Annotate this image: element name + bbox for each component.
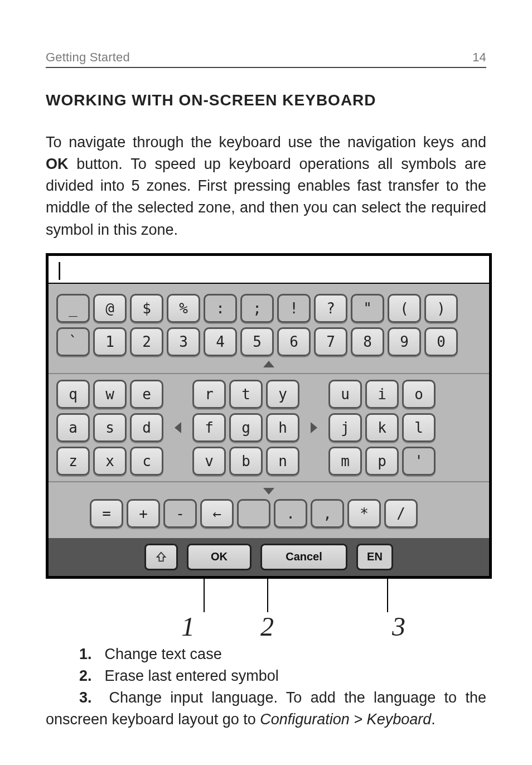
- key-equals[interactable]: =: [90, 499, 123, 528]
- key-slash[interactable]: /: [384, 499, 418, 528]
- key-v[interactable]: v: [192, 447, 226, 476]
- keyboard-action-bar: OK Cancel EN: [49, 538, 489, 576]
- key-q[interactable]: q: [56, 380, 90, 409]
- key-s[interactable]: s: [93, 413, 127, 442]
- callout-number-2: 2: [260, 611, 274, 642]
- key-t[interactable]: t: [229, 380, 263, 409]
- key-dollar[interactable]: $: [130, 294, 163, 323]
- key-comma[interactable]: ,: [311, 499, 344, 528]
- legend-text: Change text case: [105, 646, 222, 662]
- key-period[interactable]: .: [274, 499, 307, 528]
- key-n[interactable]: n: [266, 447, 299, 476]
- key-percent[interactable]: %: [167, 294, 200, 323]
- key-b[interactable]: b: [229, 447, 263, 476]
- keyboard-row-numbers: ` 1 2 3 4 5 6 7 8 9 0: [56, 327, 481, 356]
- key-plus[interactable]: +: [127, 499, 160, 528]
- key-m[interactable]: m: [328, 447, 362, 476]
- key-j[interactable]: j: [328, 413, 362, 442]
- zone-arrow-left-icon: [175, 422, 181, 433]
- keyboard-row-symbols: _ @ $ % : ; ! ? " ( ): [56, 294, 481, 323]
- key-space[interactable]: [237, 499, 270, 528]
- key-0[interactable]: 0: [424, 327, 458, 356]
- intro-text-1: To navigate through the keyboard use the…: [46, 134, 486, 151]
- cancel-button[interactable]: Cancel: [260, 544, 347, 570]
- legend-number: 1.: [79, 643, 100, 665]
- legend-text-end: .: [431, 711, 436, 728]
- key-z[interactable]: z: [56, 447, 90, 476]
- key-colon[interactable]: :: [204, 294, 237, 323]
- key-quote[interactable]: ": [351, 294, 384, 323]
- keyboard-col-center: r t y f g h v b n: [192, 380, 299, 476]
- key-9[interactable]: 9: [388, 327, 421, 356]
- keyboard-body: _ @ $ % : ; ! ? " ( ) ` 1 2 3 4: [49, 284, 489, 576]
- keyboard-row-operators: = + - ← . , * /: [56, 499, 481, 528]
- key-minus[interactable]: -: [163, 499, 197, 528]
- key-underscore[interactable]: _: [56, 294, 90, 323]
- key-y[interactable]: y: [266, 380, 299, 409]
- keyboard-col-right: u i o j k l m p ': [328, 380, 436, 476]
- intro-text-2: button. To speed up keyboard operations …: [46, 156, 486, 238]
- zone-arrow-right-icon: [311, 422, 317, 433]
- key-l[interactable]: l: [402, 413, 436, 442]
- shift-button[interactable]: [144, 544, 178, 570]
- key-u[interactable]: u: [328, 380, 362, 409]
- key-at[interactable]: @: [93, 294, 127, 323]
- callout-line-2: [267, 579, 268, 612]
- key-lparen[interactable]: (: [388, 294, 421, 323]
- keyboard-input-field[interactable]: |: [49, 256, 489, 284]
- key-r[interactable]: r: [192, 380, 226, 409]
- key-x[interactable]: x: [93, 447, 127, 476]
- legend-item-2: 2. Erase last entered symbol: [46, 665, 486, 687]
- header-page-number: 14: [472, 50, 486, 65]
- key-7[interactable]: 7: [314, 327, 347, 356]
- key-2[interactable]: 2: [130, 327, 163, 356]
- keyboard-zone-bottom: = + - ← . , * /: [49, 482, 489, 538]
- legend-number: 2.: [79, 665, 100, 687]
- onscreen-keyboard: | _ @ $ % : ; ! ? " ( ) ` 1: [46, 253, 492, 579]
- key-backspace[interactable]: ←: [200, 499, 234, 528]
- document-page: Getting Started 14 WORKING WITH ON-SCREE…: [0, 0, 532, 764]
- key-k[interactable]: k: [365, 413, 399, 442]
- key-semicolon[interactable]: ;: [240, 294, 274, 323]
- keyboard-zone-middle: q w e a s d z x c: [49, 374, 489, 482]
- key-8[interactable]: 8: [351, 327, 384, 356]
- key-o[interactable]: o: [402, 380, 436, 409]
- keyboard-col-left: q w e a s d z x c: [56, 380, 163, 476]
- key-asterisk[interactable]: *: [347, 499, 381, 528]
- language-button[interactable]: EN: [356, 544, 393, 570]
- key-exclaim[interactable]: !: [277, 294, 311, 323]
- key-g[interactable]: g: [229, 413, 263, 442]
- key-a[interactable]: a: [56, 413, 90, 442]
- key-c[interactable]: c: [130, 447, 163, 476]
- legend-number: 3.: [79, 687, 100, 709]
- key-1[interactable]: 1: [93, 327, 127, 356]
- key-3[interactable]: 3: [167, 327, 200, 356]
- key-i[interactable]: i: [365, 380, 399, 409]
- page-title: WORKING WITH ON-SCREEN KEYBOARD: [46, 91, 486, 109]
- zone-arrow-up-icon: [263, 361, 274, 367]
- key-e[interactable]: e: [130, 380, 163, 409]
- key-6[interactable]: 6: [277, 327, 311, 356]
- zone-arrow-down-icon: [263, 488, 274, 495]
- callout-annotations: 1 2 3: [46, 579, 486, 640]
- key-backtick[interactable]: `: [56, 327, 90, 356]
- key-d[interactable]: d: [130, 413, 163, 442]
- key-apostrophe[interactable]: ': [402, 447, 436, 476]
- key-f[interactable]: f: [192, 413, 226, 442]
- key-w[interactable]: w: [93, 380, 127, 409]
- keyboard-zone-top: _ @ $ % : ; ! ? " ( ) ` 1 2 3 4: [49, 284, 489, 374]
- legend-item-3: 3. Change input language. To add the lan…: [46, 687, 486, 730]
- key-5[interactable]: 5: [240, 327, 274, 356]
- key-h[interactable]: h: [266, 413, 299, 442]
- key-question[interactable]: ?: [314, 294, 347, 323]
- callout-number-1: 1: [181, 611, 195, 642]
- shift-icon: [155, 551, 167, 563]
- key-rparen[interactable]: ): [424, 294, 458, 323]
- key-p[interactable]: p: [365, 447, 399, 476]
- key-4[interactable]: 4: [204, 327, 237, 356]
- legend-path: Configuration > Keyboard: [260, 711, 431, 728]
- intro-paragraph: To navigate through the keyboard use the…: [46, 132, 486, 241]
- callout-number-3: 3: [392, 611, 405, 642]
- ok-button[interactable]: OK: [187, 544, 252, 570]
- page-header: Getting Started 14: [46, 50, 486, 68]
